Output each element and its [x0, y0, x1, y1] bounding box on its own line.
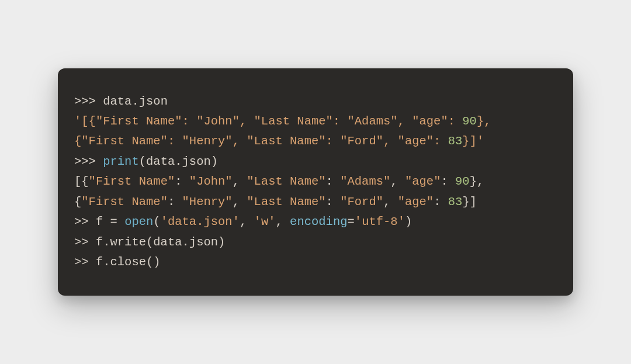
code-segment: (data.json): [139, 155, 218, 168]
code-segment: '[{"First Name": "John", "Last Name": "A…: [74, 115, 462, 128]
code-segment: ,: [276, 215, 290, 228]
code-segment: "First Name": [89, 175, 175, 188]
code-segment: f =: [96, 215, 124, 228]
code-segment: ,: [390, 175, 405, 188]
code-segment: "age": [398, 195, 434, 209]
code-segment: }]: [462, 195, 477, 209]
code-segment: >>>: [74, 95, 103, 108]
code-segment: :: [326, 175, 341, 188]
code-segment: "Last Name": [247, 195, 325, 209]
code-segment: :: [326, 195, 341, 209]
code-segment: =: [348, 215, 355, 228]
code-line: >> f.write(data.json): [74, 233, 557, 252]
code-segment: },: [477, 115, 498, 128]
code-segment: ): [405, 215, 412, 228]
code-segment: open: [124, 215, 153, 228]
code-segment: 'data.json': [161, 215, 240, 228]
code-segment: {"First Name": "Henry", "Last Name": "Fo…: [74, 134, 448, 148]
code-segment: "Henry": [182, 195, 233, 209]
code-segment: print: [103, 155, 139, 168]
code-segment: ,: [233, 195, 247, 209]
code-line: {"First Name": "Henry", "Last Name": "Fo…: [74, 192, 557, 212]
code-line: [{"First Name": "John", "Last Name": "Ad…: [74, 172, 557, 192]
code-segment: >>: [74, 215, 96, 228]
code-segment: "age": [405, 175, 441, 188]
code-segment: 90: [455, 175, 470, 188]
code-segment: :: [434, 195, 448, 209]
code-segment: :: [168, 195, 182, 209]
code-segment: >>: [74, 255, 96, 269]
code-segment: ,: [383, 195, 398, 209]
code-segment: 'w': [254, 215, 276, 228]
code-segment: >>>: [74, 155, 103, 168]
code-segment: 90: [462, 115, 477, 128]
code-segment: 'utf-8': [355, 215, 405, 228]
code-segment: "John": [189, 175, 233, 188]
code-segment: encoding: [290, 215, 347, 228]
code-segment: "Adams": [340, 175, 390, 188]
code-line: >> f.close(): [74, 252, 557, 272]
code-segment: ,: [240, 215, 254, 228]
code-segment: "Last Name": [247, 175, 325, 188]
code-line: >>> print(data.json): [74, 152, 557, 172]
code-line: {"First Name": "Henry", "Last Name": "Fo…: [74, 131, 557, 151]
code-segment: "First Name": [81, 195, 168, 209]
code-segment: :: [175, 175, 189, 188]
code-segment: }]': [462, 134, 484, 148]
code-segment: f.close(): [96, 255, 161, 269]
code-segment: {: [74, 195, 81, 209]
code-line: '[{"First Name": "John", "Last Name": "A…: [74, 112, 557, 131]
code-segment: f.write(data.json): [96, 235, 225, 249]
code-segment: :: [441, 175, 455, 188]
code-segment: data.json: [103, 95, 168, 108]
code-segment: (: [153, 215, 160, 228]
code-segment: >>: [74, 235, 96, 249]
code-segment: [{: [74, 175, 89, 188]
code-block: >>> data.json'[{"First Name": "John", "L…: [58, 68, 573, 296]
code-segment: ,: [233, 175, 247, 188]
code-segment: 83: [448, 195, 463, 209]
code-line: >>> data.json: [74, 92, 557, 112]
code-segment: 83: [448, 134, 463, 148]
code-segment: },: [470, 175, 491, 188]
code-line: >> f = open('data.json', 'w', encoding='…: [74, 212, 557, 232]
code-segment: "Ford": [340, 195, 383, 209]
